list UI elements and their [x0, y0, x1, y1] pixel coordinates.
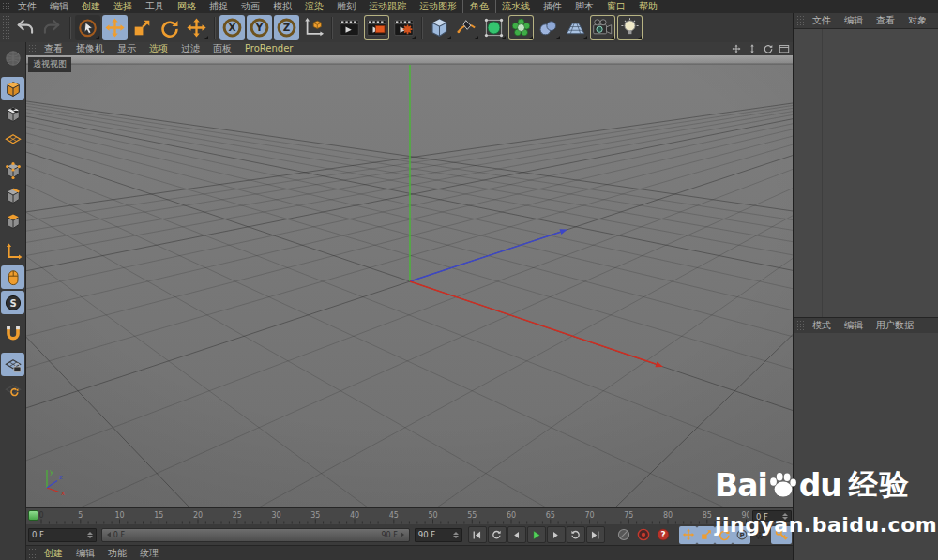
render-view-button[interactable] [337, 15, 362, 40]
make-editable-button[interactable] [1, 46, 24, 69]
mograph-cloner-button[interactable] [508, 15, 534, 40]
coordinate-system-button[interactable] [301, 15, 326, 40]
menubar-item-animate[interactable]: 动画 [234, 0, 266, 13]
pan-view-button[interactable] [730, 43, 743, 54]
move-tool-button[interactable] [102, 15, 128, 40]
object-manager-menu-item-objects[interactable]: 对象 [901, 14, 933, 27]
edges-mode-button[interactable] [1, 184, 24, 207]
viewport-menu-item-cameras[interactable]: 摄像机 [69, 42, 111, 55]
range-start-field[interactable]: 0 F [28, 528, 97, 542]
viewport-3d[interactable]: 透视视图 y x z [26, 55, 794, 507]
enable-axis-button[interactable] [1, 240, 24, 264]
range-end-spinner[interactable] [453, 532, 459, 538]
recent-tool-button[interactable] [184, 15, 209, 40]
menubar-item-render[interactable]: 渲染 [298, 0, 330, 13]
viewport-menu-item-prorender[interactable]: ProRender [238, 42, 299, 55]
toolbar-grip[interactable] [2, 15, 9, 40]
object-manager-menu-item-edit[interactable]: 编辑 [838, 14, 870, 27]
preview-range-slider[interactable]: 0 F 90 F [101, 528, 410, 542]
next-key-button[interactable] [567, 526, 585, 543]
go-to-end-button[interactable] [586, 526, 605, 543]
keyframe-selection-button[interactable]: ? [655, 526, 672, 543]
record-position-button[interactable] [679, 526, 697, 544]
object-manager-menu-item-view[interactable]: 查看 [870, 14, 901, 27]
spline-pen-button[interactable] [454, 15, 479, 40]
material-manager-menu-item-texture[interactable]: 纹理 [133, 547, 165, 560]
menubar-item-mesh[interactable]: 网格 [171, 0, 203, 13]
menubar-item-file[interactable]: 文件 [11, 0, 43, 13]
undo-button[interactable] [12, 15, 38, 40]
mouse-mode-button[interactable] [1, 265, 24, 289]
object-manager-menu-item-file[interactable]: 文件 [806, 14, 838, 27]
viewport-menu-item-view[interactable]: 查看 [38, 42, 69, 55]
next-frame-button[interactable] [547, 526, 566, 543]
menubar-item-motion-tracker[interactable]: 运动跟踪 [362, 0, 413, 13]
menubar-item-create[interactable]: 创建 [75, 0, 107, 13]
material-manager-menu-item-function[interactable]: 功能 [101, 547, 133, 560]
record-active-objects-button[interactable] [615, 526, 632, 543]
menubar-item-snap[interactable]: 捕捉 [203, 0, 234, 13]
rotate-tool-button[interactable] [157, 15, 182, 40]
viewport-menu-item-display[interactable]: 显示 [111, 42, 143, 55]
frame-spinner[interactable] [782, 513, 788, 520]
viewport-menu-grip[interactable] [28, 44, 36, 53]
menubar-item-help[interactable]: 帮助 [632, 0, 664, 13]
menubar-item-select[interactable]: 选择 [107, 0, 139, 13]
record-scale-button[interactable] [697, 526, 715, 544]
material-manager-menu-grip[interactable] [28, 548, 36, 558]
attribute-manager-body[interactable] [794, 333, 938, 560]
menubar-item-simulate[interactable]: 模拟 [266, 0, 298, 13]
record-rotation-button[interactable] [715, 526, 733, 544]
attribute-manager-menu-grip[interactable] [796, 320, 804, 331]
volume-builder-button[interactable] [536, 15, 561, 40]
live-selection-button[interactable] [75, 15, 100, 40]
viewport-menu-item-options[interactable]: 选项 [143, 42, 174, 55]
add-cube-button[interactable] [427, 15, 452, 40]
model-mode-button[interactable] [1, 77, 24, 100]
timeline-key-button[interactable] [771, 526, 792, 544]
timeline-ruler[interactable]: 051015202530354045505560657075808590 0 F [26, 507, 794, 526]
object-manager-menu-item-tags[interactable]: 标签 [933, 14, 938, 27]
range-start-spinner[interactable] [87, 532, 93, 538]
menubar-item-plugins[interactable]: 插件 [537, 0, 568, 13]
attribute-manager-menu-item-user-data[interactable]: 用户数据 [870, 319, 920, 332]
workplane-mode-button[interactable] [1, 128, 24, 151]
menubar-grip[interactable] [2, 2, 9, 11]
lock-workplane-button[interactable] [1, 353, 24, 376]
render-picture-viewer-button[interactable] [364, 15, 389, 40]
viewport-menu-item-filter[interactable]: 过滤 [174, 42, 206, 55]
menubar-item-sculpt[interactable]: 雕刻 [330, 0, 362, 13]
texture-mode-button[interactable] [1, 102, 24, 126]
redo-button[interactable] [39, 15, 65, 40]
reset-workplane-button[interactable] [1, 378, 24, 401]
record-parameter-button[interactable]: P [733, 526, 750, 544]
orbit-view-button[interactable] [762, 43, 775, 54]
polygons-mode-button[interactable] [1, 209, 24, 233]
current-frame-field[interactable]: 0 F [752, 510, 792, 522]
menubar-item-character[interactable]: 角色 [463, 0, 495, 13]
menubar-item-pipeline[interactable]: 流水线 [495, 0, 537, 13]
viewport-menu-item-panel[interactable]: 面板 [206, 42, 238, 55]
menubar-item-window[interactable]: 窗口 [600, 0, 632, 13]
material-manager-menu-item-edit[interactable]: 编辑 [69, 547, 101, 560]
play-forward-button[interactable] [527, 526, 546, 543]
object-manager-menu-grip[interactable] [796, 15, 804, 26]
menubar-item-edit[interactable]: 编辑 [43, 0, 75, 13]
menubar-item-mograph[interactable]: 运动图形 [413, 0, 463, 13]
menubar-item-tools[interactable]: 工具 [139, 0, 171, 13]
scale-tool-button[interactable] [129, 15, 155, 40]
light-button[interactable] [617, 15, 643, 40]
object-manager-list[interactable] [794, 29, 938, 317]
attribute-manager-menu-item-edit[interactable]: 编辑 [838, 319, 870, 332]
previous-key-button[interactable] [488, 526, 507, 543]
lock-x-axis-button[interactable]: X [219, 15, 245, 40]
menubar-item-script[interactable]: 脚本 [568, 0, 600, 13]
range-end-field[interactable]: 90 F [415, 528, 462, 542]
go-to-start-button[interactable] [468, 526, 487, 543]
material-manager-menu-item-create[interactable]: 创建 [38, 547, 69, 560]
snap-quantize-button[interactable]: S [1, 291, 24, 314]
lock-y-axis-button[interactable]: Y [247, 15, 272, 40]
previous-frame-button[interactable] [507, 526, 526, 543]
dolly-view-button[interactable] [746, 43, 759, 54]
toggle-view-button[interactable] [778, 43, 791, 54]
